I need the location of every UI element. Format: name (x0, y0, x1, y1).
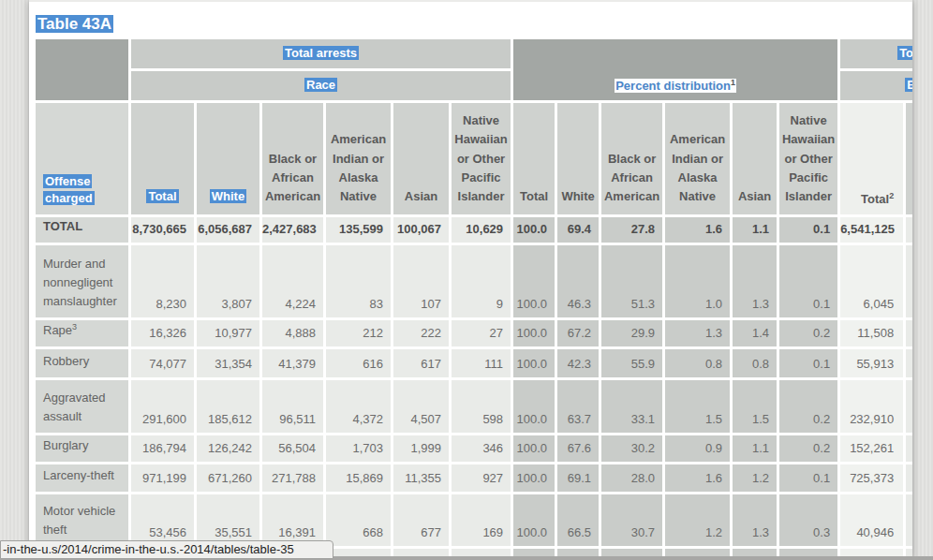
arrests-value-cell: 1,703 (326, 435, 393, 464)
arrests-value-cell: 15,869 (326, 464, 393, 494)
percent-value-cell: 1.1 (733, 217, 779, 245)
percent-distribution-link[interactable]: Percent distribution1 (615, 79, 736, 93)
percent-value-cell: 51.3 (601, 245, 665, 320)
percent-value-cell: 1.1 (733, 435, 779, 464)
arrests-value-cell: 100,067 (393, 217, 452, 245)
percent-value-cell: 69.4 (557, 217, 601, 245)
arrests-value-cell: 10,977 (197, 320, 262, 349)
percent-value-cell: 67.6 (557, 435, 601, 464)
percent-value-cell: 69.1 (557, 464, 601, 494)
column-header-arrests-total: Total (131, 103, 197, 217)
percent-value-cell: 30.2 (601, 435, 665, 464)
ethnicity-total-value-cell: 55,913 (840, 349, 906, 380)
percent-value-cell: 28.0 (601, 464, 665, 494)
offense-label: TOTAL (36, 217, 131, 245)
table-row: Robbery74,07731,35441,379616617111100.04… (36, 349, 912, 380)
group-header-total-arrests: Total arrests (131, 39, 513, 71)
arrests-value-cell: 9 (452, 245, 513, 320)
arrests-value-cell: 135,599 (326, 217, 393, 245)
column-header-arrests-aian: American Indian or Alaska Native (326, 103, 393, 217)
arrests-value-cell: 11,355 (393, 464, 452, 494)
group-header-ethnicity-label: Ethnicity (905, 78, 912, 92)
page-title-selected-text: Table 43A (36, 15, 113, 33)
arrests-value-cell: 10,629 (452, 217, 513, 245)
arrests-value-cell: 971,199 (131, 464, 197, 494)
percent-value-cell: 0.9 (665, 435, 733, 464)
arrests-value-cell: 41,379 (262, 349, 326, 380)
percent-value-cell: 63.7 (557, 380, 601, 435)
percent-value-cell: 100.0 (513, 435, 557, 464)
column-header-clipped (906, 103, 912, 217)
group-header-race-label: Race (304, 78, 337, 92)
arrests-value-cell: 185,612 (197, 380, 262, 435)
column-header-arrests-white: White (197, 103, 262, 217)
percent-value-cell: 0.1 (779, 217, 840, 245)
percent-value-cell: 1.6 (665, 217, 733, 245)
percent-value-cell: 1.2 (733, 464, 779, 494)
percent-value-cell: 1.5 (733, 380, 779, 435)
arrests-by-race-table: Total arrests Percent distribution1 Tota… (36, 39, 912, 560)
ethnicity-total-value-cell: 6,045 (840, 245, 906, 320)
ethnicity-total-value-cell: 152,261 (840, 435, 906, 464)
footnote-1-superscript: 1 (731, 78, 735, 87)
arrests-value-cell: 291,600 (131, 380, 197, 435)
percent-value-cell: 100.0 (513, 245, 557, 320)
arrests-value-cell: 96,511 (262, 380, 326, 435)
clipped-value-cell (906, 320, 912, 349)
percent-value-cell: 100.0 (513, 380, 557, 435)
group-header-percent-distribution: Percent distribution1 (513, 39, 840, 103)
group-header-total-arrests-label: Total arrests (283, 46, 359, 60)
column-header-arrests-asian: Asian (393, 103, 452, 217)
status-bar-url-text: -in-the-u.s/2014/crime-in-the-u.s.-2014/… (3, 542, 294, 556)
clipped-value-cell (906, 494, 912, 549)
arrests-value-cell: 677 (393, 494, 452, 549)
desktop-background: Table 43A Total arrests Percent distribu… (0, 0, 933, 560)
table-row: Rape316,32610,9774,88821222227100.067.22… (36, 320, 912, 349)
percent-value-cell: 1.3 (733, 494, 779, 549)
clipped-value-cell (906, 217, 912, 245)
percent-value-cell: 100.0 (513, 494, 557, 549)
arrests-value-cell: 8,230 (131, 245, 197, 320)
group-header-ethnicity-total-arrests: Total arrests (840, 39, 912, 71)
percent-value-cell: 46.3 (557, 245, 601, 320)
table-row: Burglary186,794126,24256,5041,7031,99934… (36, 435, 912, 464)
offense-label: Burglary (36, 435, 131, 464)
percent-value-cell: 0.1 (779, 349, 840, 380)
arrests-value-cell: 1,999 (393, 435, 452, 464)
percent-value-cell: 33.1 (601, 380, 665, 435)
footnote-2-superscript: 2 (889, 191, 894, 200)
percent-value-cell: 1.0 (665, 245, 733, 320)
clipped-value-cell (906, 349, 912, 380)
offense-label: Robbery (36, 349, 131, 380)
percent-value-cell: 0.2 (779, 435, 840, 464)
percent-value-cell: 100.0 (513, 320, 557, 349)
offense-label: Rape3 (36, 320, 131, 349)
ethnicity-total-value-cell: 40,946 (840, 494, 906, 549)
column-header-ethnicity-total: Total2 (840, 103, 906, 217)
arrests-value-cell: 2,427,683 (262, 217, 326, 245)
arrests-value-cell: 74,077 (131, 349, 197, 380)
column-header-pct-black: Black or African American (601, 103, 665, 217)
browser-page-content: Table 43A Total arrests Percent distribu… (29, 0, 912, 560)
arrests-value-cell: 4,372 (326, 380, 393, 435)
arrests-value-cell: 8,730,665 (131, 217, 197, 245)
column-header-offense-charged: Offensecharged (36, 103, 131, 217)
offense-label: Murder and nonnegligent manslaughter (36, 245, 131, 320)
arrests-value-cell: 668 (326, 494, 393, 549)
status-bar-link-preview: -in-the-u.s/2014/crime-in-the-u.s.-2014/… (0, 540, 333, 559)
percent-value-cell: 67.2 (557, 320, 601, 349)
offense-label: Larceny-theft (36, 464, 131, 494)
arrests-value-cell: 31,354 (197, 349, 262, 380)
column-header-pct-nhpi: Native Hawaiian or Other Pacific Islande… (779, 103, 840, 217)
percent-value-cell: 0.8 (733, 349, 779, 380)
ethnicity-total-value-cell: 232,910 (840, 380, 906, 435)
page-title: Table 43A (36, 13, 113, 35)
percent-value-cell: 55.9 (601, 349, 665, 380)
offense-label: Aggravated assault (36, 380, 131, 435)
arrests-value-cell: 617 (393, 349, 452, 380)
arrests-value-cell: 598 (452, 380, 513, 435)
arrests-value-cell: 27 (452, 320, 513, 349)
percent-value-cell: 1.4 (733, 320, 779, 349)
arrests-value-cell: 4,507 (393, 380, 452, 435)
percent-value-cell: 1.2 (665, 494, 733, 549)
